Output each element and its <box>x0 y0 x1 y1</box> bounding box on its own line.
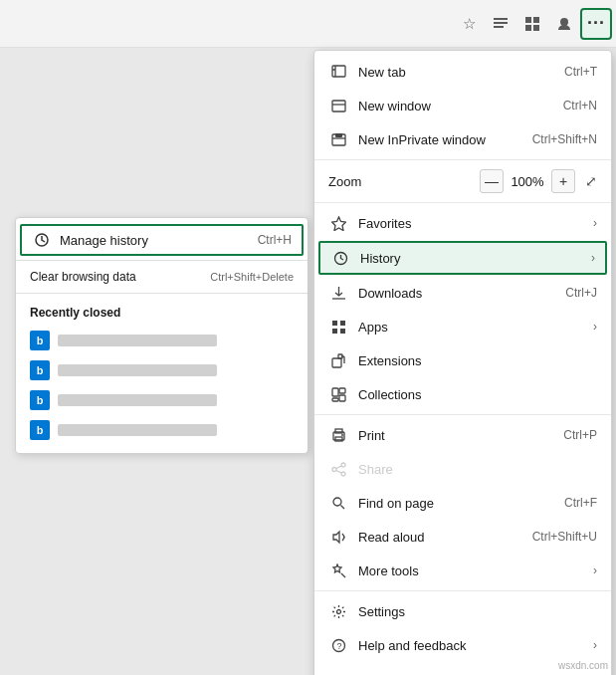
extensions-item[interactable]: Extensions <box>314 343 611 377</box>
downloads-shortcut: Ctrl+J <box>565 286 597 300</box>
read-aloud-icon <box>328 527 348 547</box>
rc-item-1[interactable]: b <box>30 326 294 355</box>
svg-point-7 <box>560 18 568 26</box>
svg-rect-3 <box>525 17 531 23</box>
manage-history-item[interactable]: Manage history Ctrl+H <box>20 224 304 256</box>
apps-icon <box>328 317 348 337</box>
history-clock-icon <box>32 230 52 250</box>
bing-favicon-4: b <box>30 420 50 440</box>
svg-rect-4 <box>533 17 539 23</box>
svg-rect-22 <box>340 329 345 334</box>
print-item[interactable]: Print Ctrl+P <box>314 418 611 452</box>
favorites-menu-icon <box>328 213 348 233</box>
svg-rect-25 <box>332 388 338 396</box>
rc-item-4-title <box>58 424 217 436</box>
new-tab-label: New tab <box>358 65 556 80</box>
main-menu: New tab Ctrl+T New window Ctrl+N New InP… <box>313 50 612 675</box>
settings-icon <box>328 601 348 621</box>
clear-browsing-item[interactable]: Clear browsing data Ctrl+Shift+Delete <box>16 265 308 289</box>
menu-sep-4 <box>314 590 611 591</box>
favorites-item[interactable]: Favorites › <box>314 206 611 240</box>
svg-rect-14 <box>335 133 342 137</box>
history-arrow-icon: › <box>591 251 595 265</box>
new-window-shortcut: Ctrl+N <box>563 99 597 112</box>
help-arrow-icon: › <box>593 638 597 652</box>
new-window-icon <box>328 96 348 115</box>
history-submenu: Manage history Ctrl+H Clear browsing dat… <box>15 217 308 454</box>
svg-rect-20 <box>340 321 345 326</box>
profile-icon[interactable] <box>548 8 580 40</box>
svg-rect-2 <box>494 26 504 28</box>
downloads-label: Downloads <box>358 286 557 301</box>
svg-rect-21 <box>332 329 337 334</box>
svg-rect-5 <box>525 25 531 31</box>
find-on-page-item[interactable]: Find on page Ctrl+F <box>314 486 611 520</box>
svg-point-33 <box>341 463 345 467</box>
manage-history-shortcut: Ctrl+H <box>258 233 292 247</box>
zoom-minus-button[interactable]: — <box>480 169 504 193</box>
rc-item-3[interactable]: b <box>30 385 294 415</box>
history-item[interactable]: History › <box>318 241 607 275</box>
svg-line-36 <box>336 466 341 469</box>
svg-rect-24 <box>338 354 342 358</box>
svg-point-38 <box>333 498 341 506</box>
share-icon <box>328 459 348 479</box>
new-inprivate-item[interactable]: New InPrivate window Ctrl+Shift+N <box>314 122 611 156</box>
collections-label: Collections <box>358 387 597 402</box>
tab-groups-icon[interactable] <box>516 8 548 40</box>
zoom-controls: — 100% + ⤢ <box>480 169 597 193</box>
manage-history-label: Manage history <box>60 233 258 248</box>
help-feedback-item[interactable]: ? Help and feedback › <box>314 628 611 662</box>
more-tools-item[interactable]: More tools › <box>314 554 611 587</box>
bing-favicon-1: b <box>30 331 50 350</box>
collections-icon <box>328 384 348 404</box>
history-menu-icon <box>330 248 350 268</box>
menu-sep-1 <box>314 159 611 160</box>
rc-item-2[interactable]: b <box>30 355 294 385</box>
read-aloud-label: Read aloud <box>358 530 524 545</box>
apps-item[interactable]: Apps › <box>314 310 611 343</box>
svg-rect-1 <box>494 22 508 24</box>
close-edge-label: Close Microsoft Edge <box>358 672 597 676</box>
settings-item[interactable]: Settings <box>314 594 611 628</box>
recently-closed-section: Recently closed b b b b <box>16 298 308 449</box>
new-window-item[interactable]: New window Ctrl+N <box>314 89 611 122</box>
recently-closed-title: Recently closed <box>30 306 294 320</box>
zoom-plus-button[interactable]: + <box>551 169 575 193</box>
favorites-arrow-icon: › <box>593 216 597 230</box>
new-tab-item[interactable]: New tab Ctrl+T <box>314 55 611 89</box>
rc-item-2-title <box>58 364 217 376</box>
downloads-item[interactable]: Downloads Ctrl+J <box>314 276 611 310</box>
svg-rect-0 <box>494 18 508 20</box>
favorites-icon[interactable]: ☆ <box>453 8 485 40</box>
more-tools-label: More tools <box>358 563 589 578</box>
bing-favicon-3: b <box>30 390 50 410</box>
downloads-icon <box>328 283 348 303</box>
more-options-icon[interactable]: ··· <box>580 8 612 40</box>
svg-point-35 <box>341 472 345 476</box>
svg-rect-31 <box>335 437 342 441</box>
watermark: wsxdn.com <box>558 660 608 671</box>
clear-browsing-label: Clear browsing data <box>30 270 210 284</box>
favorites-label: Favorites <box>358 216 589 231</box>
more-tools-icon <box>328 561 348 580</box>
collections-item[interactable]: Collections <box>314 377 611 411</box>
zoom-label: Zoom <box>328 174 480 189</box>
svg-rect-9 <box>332 66 345 77</box>
new-inprivate-label: New InPrivate window <box>358 132 524 147</box>
zoom-expand-icon[interactable]: ⤢ <box>585 173 597 189</box>
rc-item-1-title <box>58 335 217 346</box>
svg-line-37 <box>336 470 341 473</box>
new-tab-shortcut: Ctrl+T <box>564 65 597 79</box>
svg-text:?: ? <box>336 641 341 651</box>
svg-rect-23 <box>332 358 341 367</box>
read-aloud-shortcut: Ctrl+Shift+U <box>532 530 597 544</box>
share-item: Share <box>314 452 611 486</box>
read-aloud-item[interactable]: Read aloud Ctrl+Shift+U <box>314 520 611 554</box>
rc-item-4[interactable]: b <box>30 415 294 445</box>
svg-marker-15 <box>331 217 345 231</box>
close-edge-icon <box>328 669 348 675</box>
history-label: History <box>360 251 587 266</box>
reading-list-icon[interactable] <box>485 8 516 40</box>
extensions-icon <box>328 350 348 370</box>
